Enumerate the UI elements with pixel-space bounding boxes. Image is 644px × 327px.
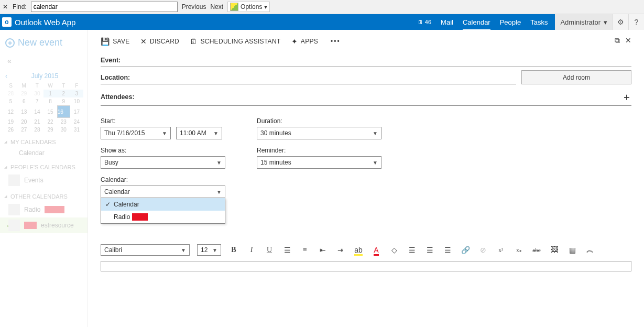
calendar-item-calendar[interactable]: Calendar (0, 147, 88, 159)
prev-month-icon[interactable]: ‹ (5, 72, 7, 80)
superscript-button[interactable]: x² (496, 247, 506, 253)
calendar-day[interactable]: 21 (30, 118, 43, 126)
close-icon[interactable]: ✕ (625, 36, 631, 45)
unlink-button[interactable]: ⊘ (478, 246, 488, 255)
calendar-day[interactable]: 9 (57, 97, 70, 105)
font-color-button[interactable]: A (371, 246, 381, 255)
underline-button[interactable]: U (264, 246, 275, 254)
section-my-calendars[interactable]: MY CALENDARS (0, 134, 88, 147)
user-menu[interactable]: Administrator ▾ (555, 14, 613, 30)
add-attendee-button[interactable]: ＋ (622, 91, 631, 103)
location-input[interactable] (134, 73, 516, 82)
calendar-day[interactable]: 17 (70, 105, 83, 118)
add-room-button[interactable]: Add room (521, 70, 631, 84)
indent-button[interactable]: ⇥ (335, 246, 346, 255)
calendar-day[interactable]: 20 (17, 118, 30, 126)
calendar-day[interactable]: 6 (17, 97, 30, 105)
settings-button[interactable]: ⚙ (613, 14, 628, 30)
calendar-day[interactable]: 29 (43, 126, 57, 134)
reminder-select[interactable]: 15 minutes▼ (257, 156, 381, 169)
calendar-item-radio[interactable]: Radio (0, 202, 88, 217)
calendar-day[interactable]: 30 (30, 90, 43, 97)
calendar-day[interactable]: 14 (30, 105, 43, 118)
discard-button[interactable]: ✕DISCARD (140, 37, 179, 46)
insert-table-button[interactable]: ▦ (567, 246, 577, 255)
highlight-button[interactable]: ab (353, 246, 364, 255)
richtext-toolbar: Calibri▼ 12▼ B I U ☰ ≡ ⇤ ⇥ ab A ◇ ☰ ☰ ☰ … (101, 244, 631, 256)
start-time-select[interactable]: 11:00 AM▼ (176, 127, 222, 139)
collapse-icon[interactable]: « (0, 51, 88, 70)
calendar-day[interactable]: 31 (70, 126, 83, 134)
calendar-day[interactable]: 19 (4, 118, 17, 126)
strikethrough-button[interactable]: abc (531, 247, 542, 253)
scheduling-assistant-button[interactable]: 🗓SCHEDULING ASSISTANT (190, 37, 280, 46)
nav-tasks[interactable]: Tasks (530, 18, 548, 26)
calendar-day[interactable]: 5 (4, 97, 17, 105)
section-other-calendars[interactable]: OTHER CALENDARS (0, 188, 88, 202)
font-size-select[interactable]: 12▼ (197, 244, 221, 256)
italic-button[interactable]: I (246, 246, 257, 254)
find-options-button[interactable]: Options ▾ (227, 2, 270, 12)
calendar-day[interactable]: 23 (57, 118, 70, 126)
calendar-day[interactable]: 3 (70, 90, 83, 97)
find-next[interactable]: Next (210, 3, 223, 10)
mini-calendar-grid[interactable]: SMTWTF 282930123567891012131415161719202… (4, 82, 83, 134)
nav-mail[interactable]: Mail (441, 18, 453, 26)
nav-people[interactable]: People (500, 18, 521, 26)
calendar-option-radio[interactable]: Radio (101, 211, 225, 223)
calendar-day[interactable]: 27 (17, 126, 30, 134)
more-button[interactable]: ••• (329, 38, 343, 45)
find-previous[interactable]: Previous (182, 3, 206, 10)
calendar-item-events[interactable]: Events (0, 172, 88, 188)
event-title-input[interactable] (125, 56, 631, 64)
calendar-day[interactable]: 7 (30, 97, 43, 105)
calendar-day[interactable]: 26 (4, 126, 17, 134)
subscript-button[interactable]: x₂ (514, 247, 524, 254)
calendar-day[interactable]: 12 (4, 105, 17, 118)
calendar-day[interactable]: 15 (43, 105, 57, 118)
sched-label: SCHEDULING ASSISTANT (200, 38, 280, 45)
save-button[interactable]: 💾SAVE (101, 37, 130, 46)
calendar-notification[interactable]: 🗓 46 (418, 19, 431, 25)
insert-image-button[interactable]: 🖼 (549, 246, 560, 254)
calendar-day[interactable]: 2 (57, 90, 70, 97)
clear-format-button[interactable]: ◇ (389, 246, 399, 255)
bold-button[interactable]: B (228, 246, 239, 254)
apps-button[interactable]: ✦APPS (291, 37, 319, 46)
calendar-day[interactable]: 28 (4, 90, 17, 97)
calendar-day[interactable]: 28 (30, 126, 43, 134)
bullet-list-button[interactable]: ☰ (282, 246, 292, 255)
font-family-select[interactable]: Calibri▼ (101, 244, 190, 256)
align-right-button[interactable]: ☰ (442, 246, 453, 255)
nav-calendar[interactable]: Calendar (463, 18, 490, 30)
calendar-day[interactable]: 1 (43, 90, 57, 97)
align-center-button[interactable]: ☰ (424, 246, 435, 255)
calendar-day[interactable]: 22 (43, 118, 57, 126)
help-button[interactable]: ? (628, 14, 644, 30)
link-button[interactable]: 🔗 (460, 246, 471, 255)
calendar-option-calendar[interactable]: ✓Calendar (101, 198, 225, 211)
outdent-button[interactable]: ⇤ (318, 246, 328, 255)
calendar-day[interactable]: 30 (57, 126, 70, 134)
calendar-select[interactable]: Calendar▼ (101, 186, 225, 198)
calendar-day[interactable]: 13 (17, 105, 30, 118)
align-left-button[interactable]: ☰ (407, 246, 417, 255)
close-icon: ✕ (140, 37, 147, 46)
section-peoples-calendars[interactable]: PEOPLE'S CALENDARS (0, 159, 88, 172)
duration-select[interactable]: 30 minutes▼ (257, 127, 381, 139)
calendar-day[interactable]: 8 (43, 97, 57, 105)
start-date-select[interactable]: Thu 7/16/2015▼ (101, 127, 171, 139)
numbered-list-button[interactable]: ≡ (300, 246, 310, 254)
body-editor[interactable] (101, 261, 631, 271)
calendar-day[interactable]: 24 (70, 118, 83, 126)
calendar-day[interactable]: 16 (57, 105, 70, 118)
calendar-item-testresource[interactable]: ✓estresource (0, 217, 88, 233)
calendar-day[interactable]: 10 (70, 97, 83, 105)
new-event-button[interactable]: + New event (0, 34, 88, 51)
popout-icon[interactable]: ⧉ (615, 36, 620, 45)
showas-select[interactable]: Busy▼ (101, 156, 225, 169)
close-icon[interactable]: ✕ (2, 3, 8, 10)
calendar-day[interactable]: 29 (17, 90, 30, 97)
collapse-toolbar-button[interactable]: ︽ (585, 245, 595, 255)
find-input[interactable] (31, 2, 178, 12)
